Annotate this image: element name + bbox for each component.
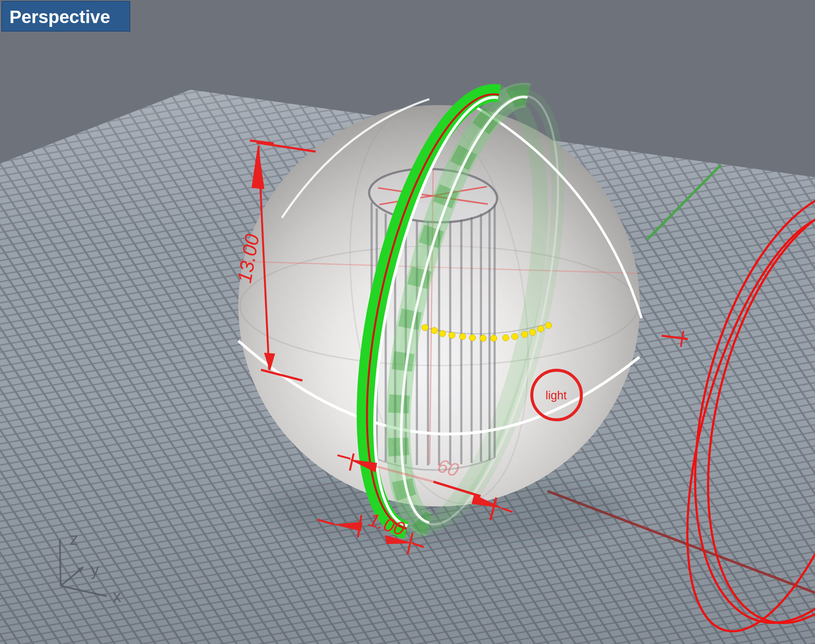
viewport-perspective[interactable]: 13.00 60 1.00 light z y [0, 0, 815, 644]
control-point[interactable] [440, 331, 446, 337]
control-point[interactable] [538, 326, 544, 332]
control-point[interactable] [491, 335, 497, 342]
control-point[interactable] [449, 332, 455, 339]
control-point[interactable] [503, 335, 509, 341]
z-axis-line [60, 539, 61, 586]
control-point[interactable] [522, 331, 528, 338]
viewport-title[interactable]: Perspective [9, 7, 110, 27]
control-point[interactable] [480, 335, 487, 342]
z-axis-label: z [70, 530, 78, 548]
control-point[interactable] [512, 334, 518, 340]
viewport-title-tab[interactable]: Perspective [2, 1, 130, 31]
x-axis-label: x [113, 587, 121, 606]
y-axis-label: y [91, 560, 99, 579]
light-label: light [545, 389, 567, 402]
control-point[interactable] [545, 322, 552, 329]
control-point[interactable] [431, 328, 438, 334]
control-point[interactable] [460, 334, 466, 340]
control-point[interactable] [469, 335, 476, 341]
control-point[interactable] [422, 325, 428, 331]
control-point[interactable] [530, 329, 536, 336]
